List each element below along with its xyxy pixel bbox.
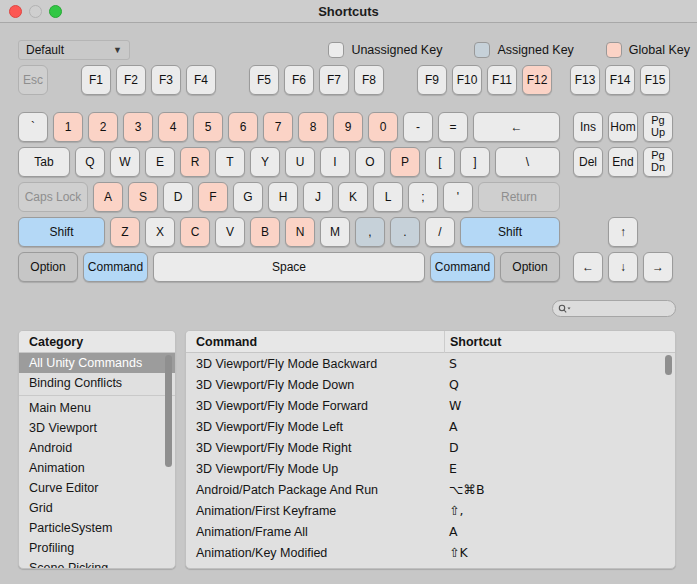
profile-dropdown[interactable]: Default ▼	[18, 40, 130, 60]
key-v[interactable]: V	[215, 217, 245, 247]
key-0[interactable]: 0	[368, 112, 398, 142]
table-row[interactable]: 3D Viewport/Fly Mode RightD	[186, 437, 675, 458]
key-q[interactable]: Q	[75, 147, 105, 177]
close-button[interactable]	[9, 5, 22, 18]
key-f11[interactable]: F11	[487, 65, 517, 95]
table-row[interactable]: 3D Viewport/Fly Mode LeftA	[186, 416, 675, 437]
key-2[interactable]: 2	[88, 112, 118, 142]
key-slash[interactable]: /	[425, 217, 455, 247]
key-arrow-right[interactable]: →	[643, 252, 673, 282]
key-hom[interactable]: Hom	[608, 112, 638, 142]
key-9[interactable]: 9	[333, 112, 363, 142]
key-period[interactable]: .	[390, 217, 420, 247]
key-m[interactable]: M	[320, 217, 350, 247]
key-e[interactable]: E	[145, 147, 175, 177]
key-backslash[interactable]: \	[495, 147, 560, 177]
key-f1[interactable]: F1	[81, 65, 111, 95]
key-f15[interactable]: F15	[640, 65, 670, 95]
key-minus[interactable]: -	[403, 112, 433, 142]
key-h[interactable]: H	[268, 182, 298, 212]
zoom-button[interactable]	[49, 5, 62, 18]
key-f6[interactable]: F6	[284, 65, 314, 95]
table-row[interactable]: 3D Viewport/Fly Mode BackwardS	[186, 353, 675, 374]
category-item-scene-picking[interactable]: Scene Picking	[19, 558, 175, 569]
category-scrollbar-thumb[interactable]	[165, 355, 172, 467]
key-f2[interactable]: F2	[116, 65, 146, 95]
search-input[interactable]	[572, 303, 662, 315]
table-row[interactable]: Animation/First Keyframe⇧,	[186, 500, 675, 521]
category-item-main-menu[interactable]: Main Menu	[19, 398, 175, 418]
table-row[interactable]: 3D Viewport/Fly Mode UpE	[186, 458, 675, 479]
key-f9[interactable]: F9	[417, 65, 447, 95]
key-j[interactable]: J	[303, 182, 333, 212]
key-i[interactable]: I	[320, 147, 350, 177]
search-field[interactable]	[552, 300, 676, 317]
key-f13[interactable]: F13	[570, 65, 600, 95]
key-w[interactable]: W	[110, 147, 140, 177]
key-del[interactable]: Del	[573, 147, 603, 177]
key-d[interactable]: D	[163, 182, 193, 212]
key-arrow-left[interactable]: ←	[473, 112, 560, 142]
key-end[interactable]: End	[608, 147, 638, 177]
key-n[interactable]: N	[285, 217, 315, 247]
table-row[interactable]: 3D Viewport/Fly Mode ForwardW	[186, 395, 675, 416]
key-c[interactable]: C	[180, 217, 210, 247]
category-item-curve-editor[interactable]: Curve Editor	[19, 478, 175, 498]
key-equals[interactable]: =	[438, 112, 468, 142]
category-item-animation[interactable]: Animation	[19, 458, 175, 478]
minimize-button[interactable]	[29, 5, 42, 18]
category-item-binding-conflicts[interactable]: Binding Conflicts	[19, 373, 175, 393]
key-quote[interactable]: '	[443, 182, 473, 212]
key-f8[interactable]: F8	[354, 65, 384, 95]
table-row[interactable]: Android/Patch Package And Run⌥⌘B	[186, 479, 675, 500]
key-s[interactable]: S	[128, 182, 158, 212]
key-arrow-up[interactable]: ↑	[608, 217, 638, 247]
key-pg-up[interactable]: Pg Up	[643, 112, 673, 142]
key-tab[interactable]: Tab	[18, 147, 70, 177]
category-item-all-unity-commands[interactable]: All Unity Commands	[19, 353, 175, 373]
key-option[interactable]: Option	[500, 252, 560, 282]
key-7[interactable]: 7	[263, 112, 293, 142]
category-item-grid[interactable]: Grid	[19, 498, 175, 518]
key-b[interactable]: B	[250, 217, 280, 247]
key-l[interactable]: L	[373, 182, 403, 212]
key-arrow-down[interactable]: ↓	[608, 252, 638, 282]
key-comma[interactable]: ,	[355, 217, 385, 247]
category-item-profiling[interactable]: Profiling	[19, 538, 175, 558]
category-item-particlesystem[interactable]: ParticleSystem	[19, 518, 175, 538]
key-option[interactable]: Option	[18, 252, 78, 282]
table-row[interactable]: 3D Viewport/Fly Mode DownQ	[186, 374, 675, 395]
key-f[interactable]: F	[198, 182, 228, 212]
key-8[interactable]: 8	[298, 112, 328, 142]
key-f14[interactable]: F14	[605, 65, 635, 95]
key-t[interactable]: T	[215, 147, 245, 177]
category-item-3d-viewport[interactable]: 3D Viewport	[19, 418, 175, 438]
key-k[interactable]: K	[338, 182, 368, 212]
key-y[interactable]: Y	[250, 147, 280, 177]
key-arrow-left[interactable]: ←	[573, 252, 603, 282]
key-5[interactable]: 5	[193, 112, 223, 142]
table-row[interactable]: Animation/Key Modified⇧K	[186, 542, 675, 563]
key-x[interactable]: X	[145, 217, 175, 247]
key-ins[interactable]: Ins	[573, 112, 603, 142]
category-item-android[interactable]: Android	[19, 438, 175, 458]
key-f7[interactable]: F7	[319, 65, 349, 95]
key-shift[interactable]: Shift	[460, 217, 560, 247]
key-3[interactable]: 3	[123, 112, 153, 142]
key-f5[interactable]: F5	[249, 65, 279, 95]
key-backtick[interactable]: `	[18, 112, 48, 142]
table-row[interactable]: Animation/Key SelectedK	[186, 563, 675, 569]
key-pg-dn[interactable]: Pg Dn	[643, 147, 673, 177]
key-f10[interactable]: F10	[452, 65, 482, 95]
key-g[interactable]: G	[233, 182, 263, 212]
key-semicolon[interactable]: ;	[408, 182, 438, 212]
column-header-shortcut[interactable]: Shortcut	[444, 331, 675, 353]
key-command[interactable]: Command	[430, 252, 495, 282]
key-z[interactable]: Z	[110, 217, 140, 247]
key-4[interactable]: 4	[158, 112, 188, 142]
table-row[interactable]: Animation/Frame AllA	[186, 521, 675, 542]
key-u[interactable]: U	[285, 147, 315, 177]
key-bracket-left[interactable]: [	[425, 147, 455, 177]
key-o[interactable]: O	[355, 147, 385, 177]
table-scrollbar-thumb[interactable]	[665, 355, 672, 375]
